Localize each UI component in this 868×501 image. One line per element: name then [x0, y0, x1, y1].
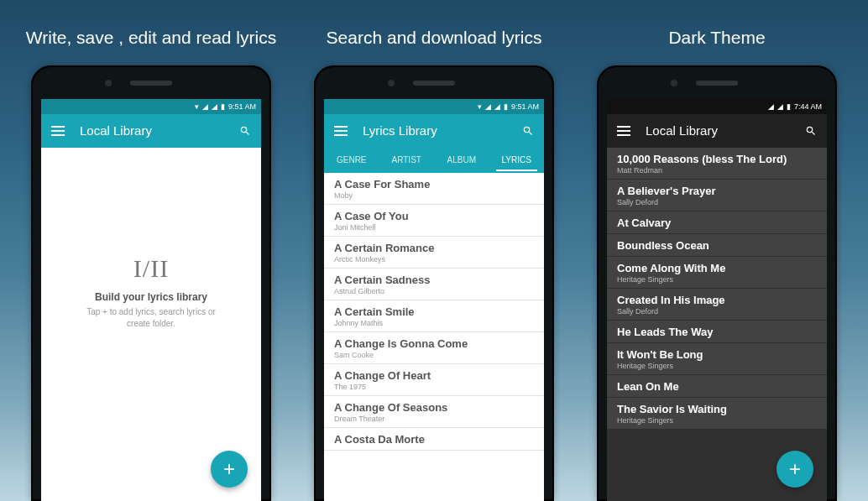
item-title: Boundless Ocean — [617, 239, 817, 252]
list-item[interactable]: A Costa Da Morte — [324, 428, 544, 451]
item-artist: Sally Deford — [617, 198, 817, 206]
search-icon[interactable] — [805, 125, 817, 137]
phone-3: ◢ ◢ ▮ 7:44 AM Local Library 10,000 Reaso… — [597, 65, 837, 501]
empty-state: I/II Build your lyrics library Tap + to … — [41, 254, 261, 330]
item-artist: Heritage Singers — [617, 275, 817, 284]
item-title: A Certain Romance — [334, 242, 534, 254]
battery-icon: ▮ — [504, 102, 508, 111]
speaker-grill — [413, 81, 455, 86]
item-artist: Dream Theater — [334, 415, 534, 423]
item-title: A Costa Da Morte — [334, 433, 534, 446]
item-title: A Certain Sadness — [334, 274, 534, 286]
item-title: A Change Of Heart — [334, 369, 534, 382]
list-item[interactable]: He Leads The Way — [607, 321, 827, 343]
search-icon[interactable] — [522, 125, 534, 137]
add-button[interactable]: + — [211, 451, 248, 488]
empty-subtext: Tap + to add lyrics, search lyrics or cr… — [41, 306, 261, 330]
status-time: 7:44 AM — [794, 102, 822, 111]
item-title: A Certain Smile — [334, 305, 534, 318]
wifi-icon: ▾ — [478, 102, 482, 111]
app-store-screenshots: Write, save , edit and read lyrics ▾ ◢ ◢… — [0, 0, 868, 501]
item-artist: Sally Deford — [617, 307, 817, 316]
signal-icon: ◢ — [485, 102, 491, 111]
item-title: At Calvary — [617, 217, 817, 229]
list-item[interactable]: A Change Of SeasonsDream Theater — [324, 396, 544, 428]
tab-album[interactable]: ALBUM — [434, 149, 489, 171]
menu-icon[interactable] — [617, 126, 630, 136]
list-item[interactable]: A Believer's PrayerSally Deford — [607, 180, 827, 211]
list-item[interactable]: Come Along With MeHeritage Singers — [607, 257, 827, 289]
lyrics-list[interactable]: A Case For ShameMobyA Case Of YouJoni Mi… — [324, 173, 544, 501]
item-title: A Change Is Gonna Come — [334, 337, 534, 350]
screen-1: ▾ ◢ ◢ ▮ 9:51 AM Local Library I/II Build… — [41, 99, 261, 501]
lyrics-list-dark[interactable]: 10,000 Reasons (bless The Lord)Matt Redm… — [607, 148, 827, 501]
item-artist: Heritage Singers — [617, 416, 817, 425]
speaker-grill — [130, 81, 172, 86]
app-bar: Local Library — [41, 114, 261, 148]
app-bar: Local Library — [607, 114, 827, 148]
item-title: A Case Of You — [334, 210, 534, 222]
item-title: It Won't Be Long — [617, 348, 817, 361]
list-item[interactable]: A Case Of YouJoni Mitchell — [324, 205, 544, 237]
add-button[interactable]: + — [776, 451, 813, 488]
menu-icon[interactable] — [334, 126, 348, 136]
item-title: Created In His Image — [617, 294, 817, 306]
item-artist: Joni Mitchell — [334, 223, 534, 232]
tab-artist[interactable]: ARTIST — [379, 149, 435, 171]
camera-dot — [671, 80, 677, 86]
menu-icon[interactable] — [51, 126, 65, 136]
camera-dot — [388, 80, 395, 86]
search-icon[interactable] — [239, 125, 251, 137]
plus-icon: + — [789, 457, 801, 481]
status-time: 9:51 AM — [511, 102, 539, 111]
status-bar: ◢ ◢ ▮ 7:44 AM — [607, 99, 827, 114]
list-item[interactable]: A Certain SadnessAstrud Gilberto — [324, 269, 544, 300]
battery-icon: ▮ — [221, 102, 225, 111]
list-item[interactable]: A Change Of HeartThe 1975 — [324, 364, 544, 396]
item-title: A Believer's Prayer — [617, 185, 817, 197]
screen-3: ◢ ◢ ▮ 7:44 AM Local Library 10,000 Reaso… — [607, 99, 827, 501]
caption-1: Write, save , edit and read lyrics — [26, 23, 276, 52]
item-title: A Change Of Seasons — [334, 401, 534, 414]
wifi-icon: ▾ — [195, 102, 199, 111]
list-item[interactable]: A Certain RomanceArctic Monkeys — [324, 237, 544, 269]
item-artist: Matt Redman — [617, 166, 817, 175]
tab-genre[interactable]: GENRE — [324, 149, 379, 171]
app-title: Local Library — [80, 123, 239, 138]
list-item[interactable]: At Calvary — [607, 211, 827, 234]
panel-3: Dark Theme ◢ ◢ ▮ 7:44 AM Local Library — [583, 0, 851, 501]
list-item[interactable]: A Case For ShameMoby — [324, 173, 544, 205]
panel-1: Write, save , edit and read lyrics ▾ ◢ ◢… — [17, 0, 285, 501]
item-artist: Johnny Mathis — [334, 319, 534, 327]
signal-icon: ◢ — [768, 102, 774, 111]
list-item[interactable]: 10,000 Reasons (bless The Lord)Matt Redm… — [607, 148, 827, 180]
status-time: 9:51 AM — [228, 102, 256, 111]
signal2-icon: ◢ — [212, 102, 217, 111]
list-item[interactable]: The Savior Is WaitingHeritage Singers — [607, 398, 827, 430]
list-item[interactable]: A Change Is Gonna ComeSam Cooke — [324, 332, 544, 364]
list-item[interactable]: Lean On Me — [607, 375, 827, 398]
tab-bar: GENRE ARTIST ALBUM LYRICS — [324, 148, 544, 173]
app-title: Lyrics Library — [363, 123, 522, 138]
list-item[interactable]: It Won't Be LongHeritage Singers — [607, 343, 827, 375]
item-artist: Astrud Gilberto — [334, 287, 534, 295]
list-item[interactable]: A Certain SmileJohnny Mathis — [324, 300, 544, 332]
phone-1: ▾ ◢ ◢ ▮ 9:51 AM Local Library I/II Build… — [31, 65, 271, 501]
caption-3: Dark Theme — [668, 23, 765, 52]
item-artist: Moby — [334, 191, 534, 200]
status-bar: ▾ ◢ ◢ ▮ 9:51 AM — [41, 99, 261, 114]
list-item[interactable]: Created In His ImageSally Deford — [607, 289, 827, 321]
item-title: 10,000 Reasons (bless The Lord) — [617, 153, 817, 165]
phone-2: ▾ ◢ ◢ ▮ 9:51 AM Lyrics Library GENRE ART… — [314, 65, 554, 501]
item-artist: Heritage Singers — [617, 362, 817, 370]
caption-2: Search and download lyrics — [327, 23, 542, 52]
screen-2: ▾ ◢ ◢ ▮ 9:51 AM Lyrics Library GENRE ART… — [324, 99, 544, 501]
list-item[interactable]: Boundless Ocean — [607, 234, 827, 257]
empty-heading: Build your lyrics library — [41, 291, 261, 303]
signal2-icon: ◢ — [494, 102, 500, 111]
item-artist: Arctic Monkeys — [334, 255, 534, 264]
app-logo-icon: I/II — [41, 254, 261, 283]
signal2-icon: ◢ — [777, 102, 783, 111]
tab-lyrics[interactable]: LYRICS — [489, 149, 545, 171]
item-title: He Leads The Way — [617, 326, 817, 338]
